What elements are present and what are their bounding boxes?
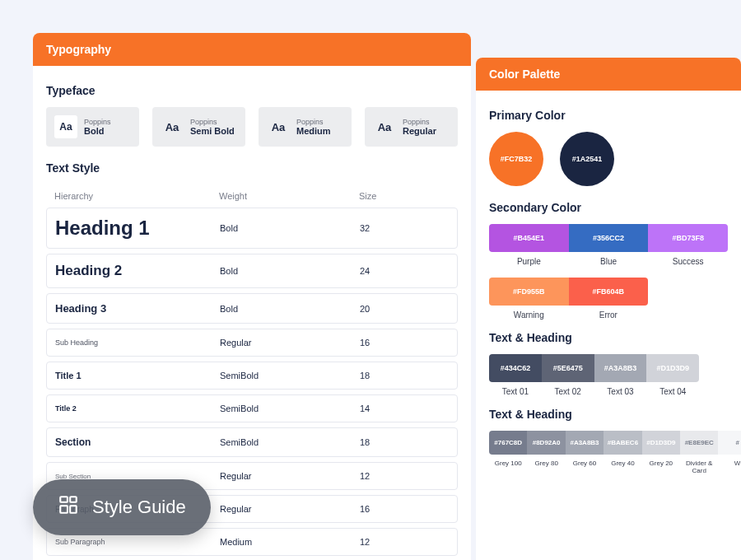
row-hierarchy: Section (55, 436, 220, 448)
typeface-label: Typeface (46, 84, 458, 97)
swatch-label: Purple (489, 257, 569, 266)
row-hierarchy: Title 2 (55, 404, 220, 413)
swatch-label: Blue (569, 257, 649, 266)
color-swatch[interactable]: #D1D3D9 (642, 431, 680, 455)
row-size: 18 (360, 371, 449, 380)
swatch-label: Text 03 (594, 387, 647, 396)
text-style-row: Heading 1 Bold 32 (46, 208, 458, 249)
color-swatch[interactable]: #767C8D (489, 431, 527, 455)
secondary-label: Secondary Color (489, 201, 728, 214)
color-swatch[interactable]: # (718, 431, 741, 455)
typeface-family: Poppins (190, 118, 235, 126)
swatch-label: Text 04 (646, 387, 699, 396)
swatch-bar-row: #B454E1#356CC2#BD73F8 (489, 224, 728, 252)
row-hierarchy: Title 1 (55, 371, 220, 380)
color-swatch[interactable]: #D1D3D9 (646, 354, 699, 382)
typeface-item[interactable]: Aa Poppins Bold (46, 107, 139, 147)
color-swatch[interactable]: #E8E9EC (680, 431, 718, 455)
text-style-row: Heading 2 Bold 24 (46, 254, 458, 288)
swatch-label-row: WarningError (489, 310, 648, 320)
grid-icon (58, 494, 79, 520)
color-swatch[interactable]: #BD73F8 (648, 224, 728, 252)
row-size: 18 (360, 437, 449, 447)
typeface-family: Poppins (296, 118, 331, 126)
typeface-weight: Bold (84, 126, 111, 137)
primary-label: Primary Color (489, 109, 728, 122)
row-weight: Regular (220, 504, 360, 514)
svg-rect-0 (60, 497, 68, 502)
text-style-header: Hierarchy Weight Size (46, 186, 458, 208)
col-size: Size (359, 191, 450, 201)
row-weight: Bold (220, 266, 360, 276)
color-swatch[interactable]: #FD955B (489, 278, 569, 306)
row-hierarchy: Heading 3 (55, 302, 220, 315)
typeface-item[interactable]: Aa Poppins Medium (259, 107, 352, 147)
typeface-item[interactable]: Aa Poppins Semi Bold (152, 107, 245, 147)
swatch-label-row: Grey 100Grey 80Grey 60Grey 40Grey 20Divi… (489, 460, 741, 474)
row-size: 14 (360, 404, 449, 413)
palette-card: Color Palette Primary Color #FC7B32#1A25… (476, 58, 741, 560)
typeface-item[interactable]: Aa Poppins Regular (365, 107, 458, 147)
row-weight: Medium (220, 537, 360, 547)
row-weight: SemiBold (220, 371, 360, 380)
typeface-family: Poppins (84, 118, 111, 126)
text-heading-label: Text & Heading (489, 331, 728, 344)
col-hierarchy: Hierarchy (54, 191, 219, 201)
typography-title: Typography (33, 33, 471, 66)
color-swatch[interactable]: #BABEC6 (604, 431, 641, 455)
swatch-label: Grey 40 (604, 460, 641, 474)
typeface-row: Aa Poppins BoldAa Poppins Semi BoldAa Po… (46, 107, 458, 147)
color-swatch[interactable]: #5E6475 (542, 354, 594, 382)
typeface-weight: Regular (403, 126, 436, 137)
row-hierarchy: Sub Heading (55, 338, 220, 347)
row-weight: Bold (220, 304, 360, 314)
color-swatch[interactable]: #A3A8B3 (594, 354, 647, 382)
text-style-row: Section SemiBold 18 (46, 427, 458, 457)
swatch-label: Grey 20 (642, 460, 680, 474)
color-swatch-circle[interactable]: #FC7B32 (489, 132, 543, 186)
grey-label: Text & Heading (489, 408, 728, 421)
row-weight: SemiBold (220, 404, 360, 413)
row-size: 12 (360, 471, 449, 481)
svg-rect-1 (70, 497, 77, 502)
color-swatch[interactable]: #356CC2 (569, 224, 649, 252)
color-swatch[interactable]: #FB604B (569, 278, 649, 306)
color-swatch[interactable]: #8D92A0 (527, 431, 565, 455)
textstyle-label: Text Style (46, 161, 458, 175)
text-style-row: Sub Heading Regular 16 (46, 329, 458, 357)
style-guide-pill[interactable]: Style Guide (33, 479, 211, 535)
typeface-weight: Semi Bold (190, 126, 235, 137)
aa-sample: Aa (161, 121, 184, 133)
swatch-label: Grey 60 (566, 460, 604, 474)
swatch-label: Error (569, 310, 649, 320)
row-size: 16 (360, 504, 449, 514)
swatch-label: Text 01 (489, 387, 542, 396)
row-size: 16 (360, 338, 449, 348)
aa-sample: Aa (54, 115, 77, 138)
row-size: 12 (360, 537, 449, 547)
color-swatch[interactable]: #A3A8B3 (566, 431, 604, 455)
row-size: 24 (360, 266, 449, 276)
row-hierarchy: Heading 2 (55, 263, 220, 279)
swatch-label: Grey 100 (489, 460, 527, 474)
aa-sample: Aa (373, 121, 396, 133)
swatch-label: Grey 80 (527, 460, 565, 474)
swatch-bar-row: #434C62#5E6475#A3A8B3#D1D3D9 (489, 354, 699, 382)
text-style-row: Title 1 SemiBold 18 (46, 362, 458, 390)
swatch-label: W (718, 460, 741, 474)
typeface-weight: Medium (296, 126, 331, 137)
swatch-label-row: Text 01Text 02Text 03Text 04 (489, 387, 699, 396)
aa-sample: Aa (267, 121, 290, 133)
row-weight: Bold (220, 223, 360, 233)
swatch-label-row: PurpleBlueSuccess (489, 257, 728, 266)
swatch-bar-row: #FD955B#FB604B (489, 278, 648, 306)
color-swatch-circle[interactable]: #1A2541 (560, 132, 614, 186)
swatch-label: Text 02 (542, 387, 594, 396)
swatch-bar-row: #767C8D#8D92A0#A3A8B3#BABEC6#D1D3D9#E8E9… (489, 431, 741, 455)
row-weight: SemiBold (220, 437, 360, 447)
pill-label: Style Guide (92, 497, 186, 518)
color-swatch[interactable]: #434C62 (489, 354, 542, 382)
swatch-label: Success (648, 257, 728, 266)
color-swatch[interactable]: #B454E1 (489, 224, 569, 252)
primary-row: #FC7B32#1A2541 (489, 132, 728, 186)
